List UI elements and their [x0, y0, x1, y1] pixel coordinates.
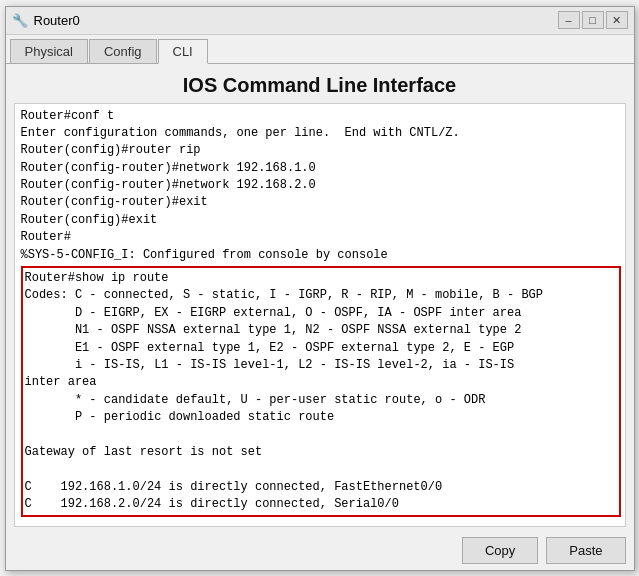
copy-button[interactable]: Copy: [462, 537, 538, 564]
router-icon: 🔧: [12, 12, 28, 28]
tab-config[interactable]: Config: [89, 39, 157, 63]
paste-button[interactable]: Paste: [546, 537, 625, 564]
title-bar: 🔧 Router0 – □ ✕: [6, 7, 634, 35]
highlight-text: Router#show ip route Codes: C - connecte…: [25, 270, 617, 513]
terminal-content[interactable]: Router#conf t Enter configuration comman…: [15, 104, 625, 526]
maximize-button[interactable]: □: [582, 11, 604, 29]
tab-cli[interactable]: CLI: [158, 39, 208, 64]
post-highlight-text: Router#: [21, 519, 621, 525]
page-title: IOS Command Line Interface: [6, 64, 634, 103]
window-controls: – □ ✕: [558, 11, 628, 29]
bottom-bar: Copy Paste: [6, 531, 634, 570]
tab-physical[interactable]: Physical: [10, 39, 88, 63]
minimize-button[interactable]: –: [558, 11, 580, 29]
title-bar-left: 🔧 Router0: [12, 12, 80, 28]
pre-highlight-text: Router#conf t Enter configuration comman…: [21, 108, 621, 265]
close-button[interactable]: ✕: [606, 11, 628, 29]
window-title: Router0: [34, 13, 80, 28]
highlight-section: Router#show ip route Codes: C - connecte…: [21, 266, 621, 517]
terminal-wrapper: Router#conf t Enter configuration comman…: [14, 103, 626, 527]
main-window: 🔧 Router0 – □ ✕ Physical Config CLI IOS …: [5, 6, 635, 571]
cli-area: Router#conf t Enter configuration comman…: [6, 103, 634, 531]
tab-bar: Physical Config CLI: [6, 35, 634, 64]
